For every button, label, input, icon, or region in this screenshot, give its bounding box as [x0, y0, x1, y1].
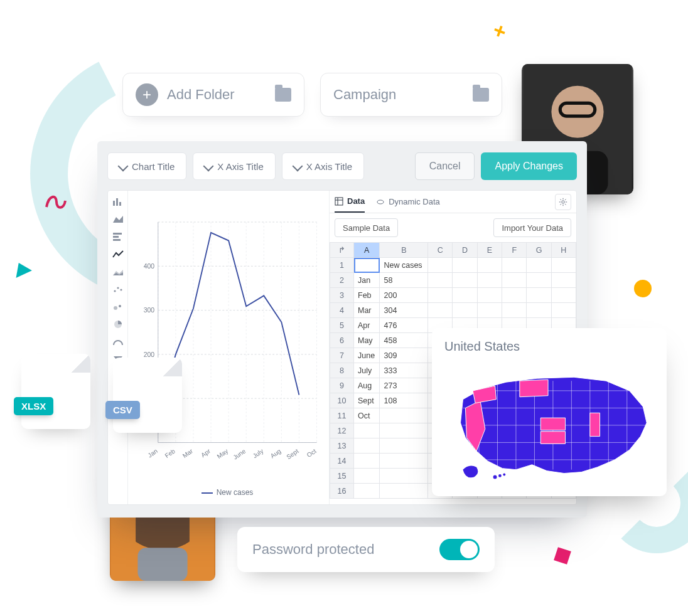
- triangle-decoration: [11, 259, 32, 278]
- squiggle-decoration: [44, 188, 69, 213]
- svg-text:May: May: [216, 447, 230, 460]
- svg-rect-7: [113, 201, 115, 206]
- pencil-icon: [292, 161, 303, 172]
- xlsx-file-chip[interactable]: XLSX: [21, 354, 90, 429]
- svg-point-15: [120, 289, 122, 290]
- x-axis-title-input[interactable]: X Axis Title: [193, 152, 275, 180]
- line-chart: 100200300400JanFebMarAprMayJuneJulyAugSe…: [132, 197, 323, 486]
- table-icon: [335, 197, 343, 206]
- csv-file-chip[interactable]: CSV: [113, 358, 182, 433]
- svg-text:300: 300: [144, 307, 155, 314]
- svg-rect-52: [335, 198, 343, 205]
- chart-preview: 100200300400JanFebMarAprMayJuneJulyAugSe…: [128, 191, 329, 504]
- chart-title-input[interactable]: Chart Title: [107, 152, 186, 180]
- svg-point-16: [114, 306, 117, 310]
- square-decoration: [554, 547, 571, 565]
- svg-point-55: [562, 200, 564, 203]
- bubble-chart-icon[interactable]: [112, 302, 124, 311]
- password-toggle[interactable]: [439, 539, 480, 560]
- add-folder-label: Add Folder: [167, 87, 266, 103]
- tab-data-label: Data: [347, 196, 365, 206]
- svg-rect-12: [113, 239, 121, 241]
- plus-icon: +: [136, 83, 158, 106]
- svg-text:Jan: Jan: [146, 447, 158, 459]
- dot-decoration: [634, 280, 652, 297]
- svg-rect-10: [113, 233, 122, 235]
- bar-chart-icon[interactable]: [112, 197, 124, 206]
- svg-text:July: July: [252, 447, 265, 459]
- svg-rect-8: [116, 198, 118, 206]
- x-axis-title-text: X Axis Title: [217, 161, 263, 172]
- svg-point-80: [503, 474, 505, 476]
- svg-text:400: 400: [144, 263, 155, 270]
- csv-badge: CSV: [105, 401, 140, 419]
- campaign-label: Campaign: [333, 87, 464, 103]
- svg-point-78: [493, 475, 497, 479]
- svg-text:Feb: Feb: [164, 447, 177, 459]
- svg-line-63: [561, 204, 562, 205]
- settings-button[interactable]: [555, 194, 571, 210]
- x-axis-title-text: X Axis Title: [306, 161, 352, 172]
- file-corner-icon: [72, 354, 90, 373]
- svg-rect-11: [113, 236, 119, 238]
- svg-text:June: June: [232, 447, 247, 461]
- add-folder-button[interactable]: + Add Folder: [122, 73, 304, 117]
- gauge-chart-icon[interactable]: [112, 337, 124, 346]
- map-card: United States: [432, 328, 667, 496]
- sample-data-button[interactable]: Sample Data: [335, 218, 398, 237]
- us-map: [444, 359, 654, 486]
- apply-button[interactable]: Apply Changes: [481, 152, 577, 180]
- password-protected-card: Password protected: [237, 527, 495, 572]
- chart-title-text: Chart Title: [132, 161, 175, 172]
- xlsx-badge: XLSX: [14, 397, 53, 415]
- chart-type-rail: [108, 191, 128, 504]
- scatter-chart-icon[interactable]: [112, 285, 124, 294]
- line-chart-icon[interactable]: [112, 250, 124, 258]
- dynamic-icon: [376, 198, 385, 206]
- toggle-knob: [460, 541, 478, 558]
- cancel-button[interactable]: Cancel: [415, 152, 475, 180]
- pencil-icon: [118, 161, 129, 172]
- svg-text:Sept: Sept: [285, 447, 299, 460]
- svg-point-79: [498, 474, 502, 477]
- hbar-chart-icon[interactable]: [112, 232, 124, 241]
- svg-text:Oct: Oct: [306, 447, 318, 459]
- svg-point-13: [114, 290, 116, 292]
- stacked-area-icon[interactable]: [112, 267, 124, 276]
- svg-line-62: [565, 199, 566, 200]
- svg-rect-6: [137, 548, 187, 581]
- svg-text:Mar: Mar: [181, 447, 195, 459]
- svg-text:Apr: Apr: [200, 447, 212, 459]
- tab-dynamic-label: Dynamic Data: [389, 197, 440, 206]
- file-corner-icon: [163, 358, 182, 376]
- tab-data[interactable]: Data: [335, 191, 365, 213]
- svg-point-14: [117, 287, 119, 289]
- folder-icon: [473, 88, 489, 102]
- svg-line-60: [561, 199, 562, 200]
- pencil-icon: [203, 161, 214, 172]
- area-chart-icon[interactable]: [112, 215, 124, 223]
- folder-icon: [275, 88, 291, 102]
- plus-decoration: +: [490, 18, 510, 45]
- campaign-folder-button[interactable]: Campaign: [320, 73, 502, 117]
- gear-icon: [559, 198, 567, 206]
- svg-rect-9: [119, 202, 121, 206]
- svg-text:Aug: Aug: [269, 447, 282, 459]
- svg-line-61: [565, 204, 566, 205]
- x-axis-title-input-2[interactable]: X Axis Title: [282, 152, 364, 180]
- chart-legend: New cases: [132, 488, 323, 497]
- svg-point-17: [119, 305, 121, 307]
- import-data-button[interactable]: Import Your Data: [493, 218, 571, 237]
- pie-chart-icon[interactable]: [112, 320, 124, 329]
- tab-dynamic-data[interactable]: Dynamic Data: [376, 191, 440, 213]
- password-label: Password protected: [252, 541, 374, 558]
- map-title: United States: [444, 339, 654, 354]
